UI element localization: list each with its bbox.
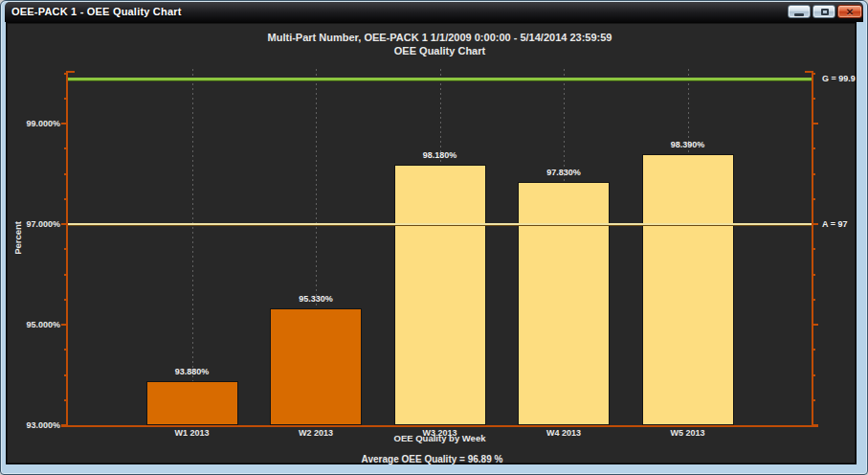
minimize-icon: [794, 13, 804, 16]
x-axis-title: OEE Quality by Week: [68, 433, 812, 443]
bar-value-label: 95.330%: [278, 294, 354, 304]
titlebar[interactable]: OEE-PACK 1 - OEE Quality Chart ✕: [5, 2, 863, 22]
y-axis-right: [812, 71, 813, 427]
bar-value-label: 98.390%: [650, 140, 726, 149]
bar-w2-2013[interactable]: [270, 308, 362, 425]
y-tick-label: 99.000%: [11, 119, 60, 128]
bar-value-label: 97.830%: [525, 168, 602, 177]
minimize-button[interactable]: [788, 5, 811, 18]
close-button[interactable]: ✕: [837, 5, 862, 18]
y-tick-label: 95.000%: [11, 320, 60, 329]
bar-w5-2013[interactable]: [642, 154, 734, 425]
y-axis-left-cap: [68, 71, 75, 73]
bar-value-label: 93.880%: [154, 367, 231, 376]
chart-title-line1: Multi-Part Number, OEE-PACK 1 1/1/2009 0…: [68, 32, 812, 43]
close-icon: ✕: [838, 6, 861, 17]
bar-w1-2013[interactable]: [146, 381, 238, 425]
maximize-icon: [821, 9, 829, 15]
average-quality-text: Average OEE Quality = 96.89 %: [7, 454, 857, 464]
app-window: OEE-PACK 1 - OEE Quality Chart ✕ Multi-P…: [0, 0, 868, 475]
y-tick-label: 93.000%: [11, 420, 60, 430]
window-controls: ✕: [788, 5, 862, 18]
window-title: OEE-PACK 1 - OEE Quality Chart: [11, 2, 182, 22]
chart-area: Multi-Part Number, OEE-PACK 1 1/1/2009 0…: [6, 22, 857, 464]
bar-w3-2013[interactable]: [394, 165, 486, 425]
bar-w4-2013[interactable]: [518, 182, 610, 425]
y-tick-label: 97.000%: [11, 219, 60, 229]
goal-line: [68, 78, 812, 80]
bar-value-label: 98.180%: [402, 150, 479, 160]
average-line-label: A = 97: [822, 219, 847, 229]
y-axis-left: [66, 71, 68, 427]
average-line: [68, 223, 812, 225]
chart-title-line2: OEE Quality Chart: [68, 45, 812, 57]
y-axis-right-cap: [805, 71, 812, 73]
goal-line-label: G = 99.9: [822, 74, 856, 83]
maximize-button[interactable]: [812, 5, 835, 18]
x-axis: [61, 425, 818, 427]
